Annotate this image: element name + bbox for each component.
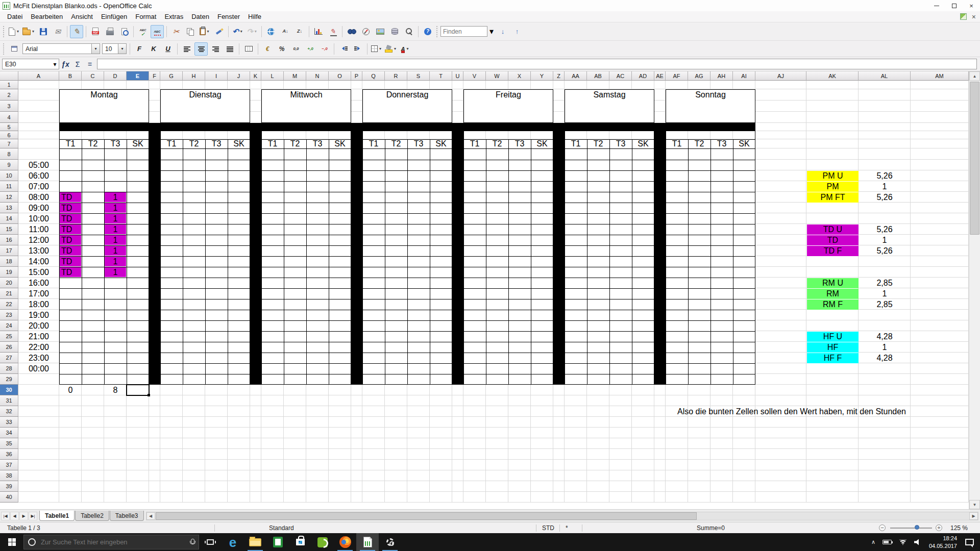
styles-button[interactable] xyxy=(8,42,21,56)
row-header-16[interactable]: 16 xyxy=(0,235,18,245)
cell-AK15[interactable]: TD U xyxy=(807,224,859,235)
row-header-8[interactable]: 8 xyxy=(0,148,18,160)
cell-D17[interactable]: 1 xyxy=(105,246,126,256)
row-header-21[interactable]: 21 xyxy=(0,288,18,299)
cell-A22[interactable]: 18:00 xyxy=(18,299,59,310)
cell-A19[interactable]: 15:00 xyxy=(18,267,59,278)
redo-dropdown-icon[interactable]: ▾ xyxy=(254,29,258,34)
cell-AL27[interactable]: 4,28 xyxy=(859,353,911,363)
cell-AA7[interactable]: T1 xyxy=(565,139,587,148)
taskbar-firefox-button[interactable] xyxy=(334,533,356,551)
sort-descending-button[interactable]: Z↓ xyxy=(293,25,306,38)
cell-A25[interactable]: 21:00 xyxy=(18,331,59,342)
close-document-button[interactable]: × xyxy=(972,13,976,20)
row-header-31[interactable]: 31 xyxy=(0,395,18,406)
cell-B18[interactable]: TD xyxy=(60,257,81,266)
sheet-nav-last-icon[interactable]: ▶| xyxy=(29,512,37,520)
print-button[interactable] xyxy=(103,25,116,38)
cell-AL10[interactable]: 5,26 xyxy=(859,170,911,181)
combo-dropdown-icon[interactable]: ▾ xyxy=(118,44,126,54)
sheet-nav-next-icon[interactable]: ▶ xyxy=(19,512,28,520)
vertical-scrollbar[interactable]: ▲ ▼ xyxy=(969,71,980,509)
cell-S7[interactable]: T3 xyxy=(407,139,430,148)
cell-AL12[interactable]: 5,26 xyxy=(859,192,911,203)
sum-display[interactable]: Summe=0 xyxy=(697,522,725,534)
cell-G7[interactable]: T1 xyxy=(160,139,183,148)
cell-AL21[interactable]: 1 xyxy=(859,288,911,299)
find-input[interactable] xyxy=(440,26,487,37)
microphone-icon[interactable] xyxy=(190,539,194,545)
column-header-AC[interactable]: AC xyxy=(609,71,632,81)
row-header-30[interactable]: 30 xyxy=(0,385,18,395)
cell-AH7[interactable]: T3 xyxy=(710,139,733,148)
add-decimal-button[interactable]: +,0 xyxy=(304,42,317,56)
cell-E7[interactable]: SK xyxy=(127,139,149,148)
menu-datei[interactable]: Datei xyxy=(3,11,27,22)
cell-A16[interactable]: 12:00 xyxy=(18,235,59,245)
column-header-B[interactable]: B xyxy=(59,71,82,81)
row-header-17[interactable]: 17 xyxy=(0,245,18,256)
cell-D12[interactable]: 1 xyxy=(105,192,126,202)
column-header-H[interactable]: H xyxy=(183,71,205,81)
cell-A17[interactable]: 13:00 xyxy=(18,245,59,256)
taskbar-search[interactable] xyxy=(23,535,199,549)
column-header-AE[interactable]: AE xyxy=(654,71,666,81)
taskbar-edge-button[interactable]: e xyxy=(222,533,244,551)
menu-bearbeiten[interactable]: Bearbeiten xyxy=(27,11,67,22)
cell-AD7[interactable]: SK xyxy=(632,139,654,148)
column-header-AK[interactable]: AK xyxy=(806,71,859,81)
column-header-X[interactable]: X xyxy=(508,71,531,81)
cell-I7[interactable]: T3 xyxy=(205,139,228,148)
restore-button[interactable] xyxy=(945,0,963,11)
find-previous-button[interactable]: ↑ xyxy=(510,25,524,38)
cell-AF7[interactable]: T1 xyxy=(666,139,688,148)
row-header-25[interactable]: 25 xyxy=(0,331,18,342)
column-header-AF[interactable]: AF xyxy=(666,71,688,81)
column-header-D[interactable]: D xyxy=(104,71,127,81)
row-header-35[interactable]: 35 xyxy=(0,438,18,449)
cell-D30[interactable]: 8 xyxy=(104,385,127,395)
zoom-level[interactable]: 125 % xyxy=(950,522,968,534)
row-header-1[interactable]: 1 xyxy=(0,81,18,89)
cell-B15[interactable]: TD xyxy=(60,224,81,234)
row-header-34[interactable]: 34 xyxy=(0,428,18,438)
column-header-C[interactable]: C xyxy=(82,71,104,81)
row-header-9[interactable]: 9 xyxy=(0,160,18,170)
start-button[interactable] xyxy=(0,533,23,551)
column-header-Y[interactable]: Y xyxy=(531,71,553,81)
navigator-button[interactable] xyxy=(359,25,373,38)
delete-decimal-button[interactable]: −,0 xyxy=(318,42,331,56)
cell-AK11[interactable]: PM xyxy=(807,182,859,192)
align-right-button[interactable] xyxy=(209,42,222,56)
pdf-export-button[interactable] xyxy=(89,25,102,38)
function-button[interactable]: = xyxy=(84,58,96,70)
column-header-A[interactable]: A xyxy=(18,71,59,81)
zoom-slider-track[interactable] xyxy=(890,528,932,529)
cell-C7[interactable]: T2 xyxy=(82,139,104,148)
cell-AL25[interactable]: 4,28 xyxy=(859,331,911,342)
cell-A20[interactable]: 16:00 xyxy=(18,278,59,288)
cell-O7[interactable]: SK xyxy=(329,139,351,148)
column-header-O[interactable]: O xyxy=(329,71,351,81)
row-header-11[interactable]: 11 xyxy=(0,181,18,192)
insert-mode[interactable]: STD xyxy=(542,522,554,534)
zoom-button[interactable] xyxy=(402,25,415,38)
data-sources-button[interactable] xyxy=(388,25,401,38)
draw-functions-button[interactable]: ✎ xyxy=(326,25,339,38)
row-header-33[interactable]: 33 xyxy=(0,417,18,428)
formula-input[interactable] xyxy=(97,59,977,69)
font-name-combo[interactable]: Arial▾ xyxy=(22,43,100,54)
redo-button[interactable]: ↷▾ xyxy=(246,25,259,38)
cell-A26[interactable]: 22:00 xyxy=(18,342,59,353)
name-box-dropdown-icon[interactable]: ▾ xyxy=(51,59,59,69)
column-header-Z[interactable]: Z xyxy=(553,71,565,81)
cell-A13[interactable]: 09:00 xyxy=(18,203,59,213)
selected-cell-E30[interactable] xyxy=(126,384,150,396)
sort-ascending-button[interactable]: A↓ xyxy=(279,25,292,38)
find-dropdown-icon[interactable]: ▾ xyxy=(487,26,496,37)
standard-format-button[interactable]: 0,0 xyxy=(289,42,303,56)
cell-B30[interactable]: 0 xyxy=(59,385,82,395)
align-center-button[interactable] xyxy=(194,42,208,56)
row-header-27[interactable]: 27 xyxy=(0,353,18,363)
new-document-button[interactable]: ▾ xyxy=(8,25,21,38)
